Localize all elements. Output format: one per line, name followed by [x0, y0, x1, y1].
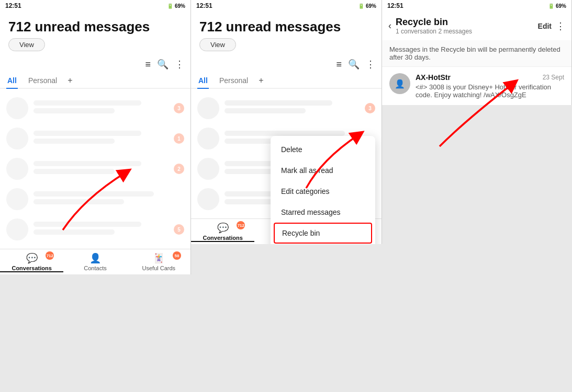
conversations-icon-2: 💬: [217, 222, 229, 234]
tab-personal-1[interactable]: Personal: [27, 73, 58, 89]
msg-date: 23 Sept: [543, 74, 564, 81]
msg-row-1[interactable]: 3: [0, 93, 190, 123]
toolbar-1: ≡ 🔍 ⋮: [0, 55, 190, 73]
avatar-1: [6, 97, 28, 119]
nav-label-usefulcards-1: Useful Cards: [142, 265, 176, 271]
nav-label-conversations-2: Conversations: [203, 235, 242, 241]
nav-conversations-1[interactable]: 💬 Conversations 712: [0, 252, 63, 272]
time-2: 12:51: [196, 2, 212, 9]
dropdown-starred[interactable]: Starred messages: [271, 202, 375, 223]
tab-personal-2[interactable]: Personal: [218, 73, 249, 89]
tab-add-1[interactable]: +: [68, 76, 72, 85]
status-bar-2: 12:51 🔋 69%: [191, 0, 382, 11]
edit-button[interactable]: Edit: [538, 22, 552, 30]
more-button-3[interactable]: ⋮: [556, 20, 565, 32]
usefulcards-badge-1: 58: [173, 251, 181, 260]
search-icon-2[interactable]: 🔍: [348, 59, 360, 70]
sender-name: AX-HotStr: [416, 73, 451, 82]
view-button-1[interactable]: View: [8, 38, 45, 51]
filter-icon-2[interactable]: ≡: [336, 59, 342, 70]
phone-panel-3: 12:51 🔋 69% ‹ Recycle bin 1 conversation…: [382, 0, 572, 105]
nav-label-conversations-1: Conversations: [12, 265, 51, 271]
msg-row-3[interactable]: 2: [0, 154, 190, 184]
msg-row-5[interactable]: 5: [0, 214, 190, 245]
tab-all-2[interactable]: All: [197, 73, 209, 89]
search-icon-1[interactable]: 🔍: [157, 59, 169, 70]
unread-title-1: 712 unread messages: [8, 19, 182, 35]
recycle-subtitle: 1 conversation 2 messages: [396, 28, 534, 35]
status-icons-1: 🔋 69%: [167, 3, 185, 9]
msg-row-4[interactable]: [0, 184, 190, 214]
filter-icon-1[interactable]: ≡: [145, 59, 151, 70]
status-bar-3: 12:51 🔋 69%: [382, 0, 571, 11]
status-icons-3: 🔋 69%: [548, 3, 566, 9]
tab-add-2[interactable]: +: [259, 76, 263, 85]
tabs-2: All Personal +: [191, 73, 382, 89]
contacts-icon-1: 👤: [89, 252, 101, 264]
avatar-2: [6, 128, 28, 149]
recycle-title: Recycle bin: [396, 17, 534, 28]
message-card[interactable]: 👤 AX-HotStr 23 Sept <#> 3008 is your Dis…: [382, 67, 571, 105]
conversations-badge-1: 712: [46, 251, 54, 260]
bottom-nav-1: 💬 Conversations 712 👤 Contacts 🃏 Useful …: [0, 249, 190, 274]
more-icon-1[interactable]: ⋮: [175, 59, 184, 70]
avatar-3: [6, 158, 28, 180]
dropdown-menu: Delete Mark all as read Edit categories …: [271, 136, 375, 244]
msg-text: <#> 3008 is your Disney+ Hotstar verific…: [416, 83, 564, 99]
msg-list-1: 3 1 2: [0, 89, 190, 249]
msg-row-2-1: 3: [191, 93, 382, 123]
avatar-4: [6, 188, 28, 210]
status-bar-1: 12:51 🔋 69%: [0, 0, 190, 11]
view-button-2[interactable]: View: [199, 38, 236, 51]
dropdown-recycle-bin[interactable]: Recycle bin: [274, 223, 372, 244]
recycle-notice: Messages in the Recycle bin will be perm…: [382, 40, 571, 67]
unread-banner-2: 712 unread messages View: [191, 11, 382, 55]
recycle-header: ‹ Recycle bin 1 conversation 2 messages …: [382, 11, 571, 40]
tab-all-1[interactable]: All: [6, 73, 18, 89]
dropdown-mark-read[interactable]: Mark all as read: [271, 160, 375, 181]
nav-conversations-2[interactable]: 💬 Conversations 712: [191, 222, 254, 242]
conversations-icon-1: 💬: [26, 252, 38, 264]
status-icons-2: 🔋 69%: [358, 3, 376, 9]
dropdown-edit-categories[interactable]: Edit categories: [271, 181, 375, 202]
unread-banner-1: 712 unread messages View: [0, 11, 190, 55]
usefulcards-icon-1: 🃏: [153, 252, 164, 264]
phone-panel-1: 12:51 🔋 69% 712 unread messages View ≡ 🔍…: [0, 0, 191, 274]
dropdown-settings[interactable]: Settings: [271, 244, 375, 244]
avatar-5: [6, 218, 28, 240]
phone-panel-2: 12:51 🔋 69% 712 unread messages View ≡ 🔍…: [191, 0, 382, 244]
nav-usefulcards-1[interactable]: 🃏 Useful Cards 58: [127, 252, 190, 272]
nav-label-contacts-1: Contacts: [84, 265, 106, 271]
msg-row-2[interactable]: 1: [0, 123, 190, 154]
more-icon-2[interactable]: ⋮: [366, 59, 375, 70]
back-button[interactable]: ‹: [388, 20, 391, 31]
toolbar-2: ≡ 🔍 ⋮: [191, 55, 382, 73]
tabs-1: All Personal +: [0, 73, 190, 89]
conversations-badge-2: 712: [237, 221, 245, 229]
time-3: 12:51: [387, 2, 403, 9]
nav-contacts-1[interactable]: 👤 Contacts: [63, 252, 127, 272]
sender-avatar: 👤: [389, 73, 410, 94]
dropdown-delete[interactable]: Delete: [271, 139, 375, 160]
unread-title-2: 712 unread messages: [199, 19, 373, 35]
time-1: 12:51: [5, 2, 21, 9]
